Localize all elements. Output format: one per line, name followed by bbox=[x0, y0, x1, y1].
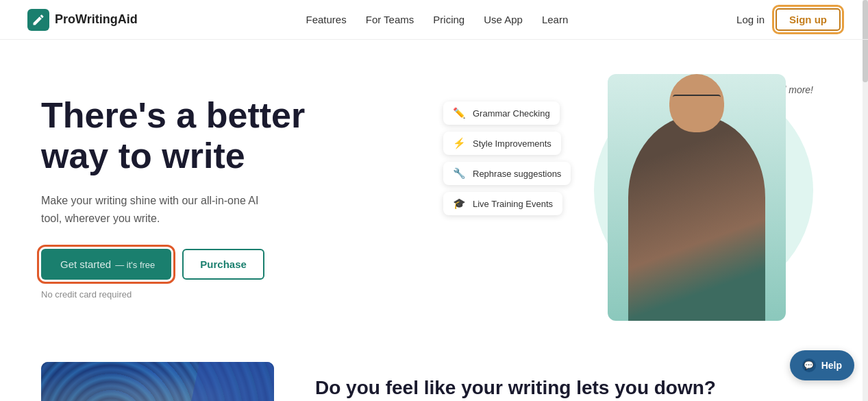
purchase-button[interactable]: Purchase bbox=[182, 249, 264, 280]
nav-use-app[interactable]: Use App bbox=[484, 14, 523, 25]
logo-link[interactable]: ProWritingAid bbox=[27, 9, 138, 31]
signup-button[interactable]: Sign up bbox=[776, 8, 841, 31]
hero-buttons: Get started— it's free Purchase bbox=[41, 249, 370, 280]
logo-svg bbox=[32, 13, 45, 27]
chat-icon: 💬 bbox=[802, 359, 816, 372]
person-body bbox=[628, 115, 765, 321]
chip-rephrase: 🔧 Rephrase suggestions bbox=[443, 162, 571, 185]
chip-style-label: Style Improvements bbox=[473, 138, 551, 149]
navigation: ProWritingAid Features For Teams Pricing… bbox=[0, 0, 868, 40]
bottom-right-content: Do you feel like your writing lets you d… bbox=[315, 362, 827, 400]
chip-rephrase-label: Rephrase suggestions bbox=[473, 169, 561, 179]
login-link[interactable]: Log in bbox=[736, 14, 765, 25]
nav-pricing[interactable]: Pricing bbox=[433, 14, 464, 25]
logo-icon bbox=[27, 9, 49, 31]
style-icon: ⚡ bbox=[453, 137, 466, 149]
person-head bbox=[669, 74, 724, 132]
grammar-icon: ✏️ bbox=[453, 107, 466, 119]
painting-image bbox=[41, 362, 274, 401]
chip-grammar: ✏️ Grammar Checking bbox=[443, 101, 560, 125]
feature-chips: ✏️ Grammar Checking ⚡ Style Improvements… bbox=[443, 101, 571, 215]
person-glasses bbox=[673, 95, 721, 104]
hero-title: There's a better way to write bbox=[41, 95, 370, 178]
get-started-main: Get started bbox=[60, 258, 111, 270]
hero-subtitle: Make your writing shine with our all-in-… bbox=[41, 192, 274, 227]
bottom-title: Do you feel like your writing lets you d… bbox=[315, 376, 827, 400]
nav-for-teams[interactable]: For Teams bbox=[366, 14, 414, 25]
training-icon: 🎓 bbox=[453, 197, 466, 210]
chat-help-button[interactable]: 💬 Help bbox=[790, 350, 854, 380]
hero-left: There's a better way to write Make your … bbox=[41, 95, 370, 300]
bottom-section: Do you feel like your writing lets you d… bbox=[0, 348, 868, 401]
rephrase-icon: 🔧 bbox=[453, 167, 466, 180]
nav-learn[interactable]: Learn bbox=[542, 14, 568, 25]
logo-text: ProWritingAid bbox=[55, 12, 138, 27]
person-illustration bbox=[608, 74, 786, 321]
hero-illustration: ...and more! ✏️ Grammar Checking ⚡ Style… bbox=[443, 74, 827, 321]
get-started-suffix: — it's free bbox=[115, 260, 155, 270]
chip-grammar-label: Grammar Checking bbox=[473, 108, 550, 119]
chip-style: ⚡ Style Improvements bbox=[443, 132, 561, 155]
nav-links: Features For Teams Pricing Use App Learn bbox=[306, 14, 569, 25]
scrollbar[interactable] bbox=[863, 0, 868, 401]
get-started-button[interactable]: Get started— it's free bbox=[41, 249, 171, 280]
no-credit-card-note: No credit card required bbox=[41, 289, 370, 300]
nav-actions: Log in Sign up bbox=[736, 8, 841, 31]
chip-training-label: Live Training Events bbox=[473, 199, 553, 209]
chat-label: Help bbox=[821, 360, 842, 371]
nav-features[interactable]: Features bbox=[306, 14, 347, 25]
hero-section: There's a better way to write Make your … bbox=[0, 40, 868, 348]
chip-training: 🎓 Live Training Events bbox=[443, 192, 562, 215]
